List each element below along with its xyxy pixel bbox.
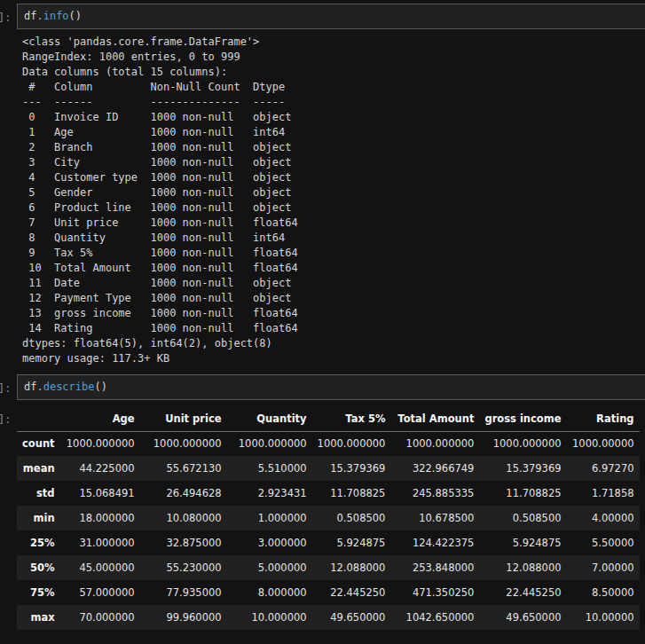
table-cell: 124.422375 xyxy=(390,530,479,555)
table-cell: 70.000000 xyxy=(60,605,140,630)
table-cell: 1000.00000 xyxy=(567,431,640,456)
table-cell: 49.650000 xyxy=(479,605,566,630)
table-cell: 44.225000 xyxy=(60,456,140,481)
code-text-info: df.info() xyxy=(24,9,639,24)
table-row: max70.00000099.96000010.00000049.6500001… xyxy=(17,605,640,630)
table-cell: 5.510000 xyxy=(227,456,312,481)
table-cell: 10.000000 xyxy=(227,605,312,630)
table-cell: 49.650000 xyxy=(312,605,391,630)
table-cell: 11.708825 xyxy=(479,481,566,506)
column-header: gross income xyxy=(479,407,566,431)
table-cell: 5.000000 xyxy=(227,555,312,580)
table-cell: 77.935000 xyxy=(140,580,227,605)
table-cell: 10.080000 xyxy=(140,506,227,530)
table-cell: 6.97270 xyxy=(567,456,640,481)
table-cell: 8.000000 xyxy=(227,580,312,605)
output-prompt: ]: xyxy=(0,407,17,428)
corner-header xyxy=(17,407,60,431)
row-label: min xyxy=(17,506,60,530)
table-cell: 1.71858 xyxy=(567,481,640,506)
table-cell: 15.379369 xyxy=(479,456,566,481)
table-cell: 1000.000000 xyxy=(60,431,140,456)
code-cell-describe: ]: df.describe() xyxy=(0,374,645,400)
table-cell: 10.00000 xyxy=(567,605,640,630)
table-cell: 5.924875 xyxy=(479,530,566,555)
column-header: Total Amount xyxy=(390,407,479,431)
table-cell: 1042.650000 xyxy=(390,605,479,630)
table-row: std15.06849126.4946282.92343111.70882524… xyxy=(17,481,640,506)
table-cell: 253.848000 xyxy=(390,555,479,580)
table-cell: 7.00000 xyxy=(567,555,640,580)
code-token: info xyxy=(43,10,69,22)
code-token: df xyxy=(24,381,36,393)
row-label: 75% xyxy=(17,580,60,605)
table-cell: 2.923431 xyxy=(227,481,312,506)
code-cell-info: ]: df.info() xyxy=(0,4,645,29)
row-label: 50% xyxy=(17,555,60,580)
input-prompt: ]: xyxy=(0,4,17,26)
column-header: Quantity xyxy=(227,407,312,431)
table-cell: 45.000000 xyxy=(60,555,140,580)
table-cell: 55.672130 xyxy=(140,456,227,481)
table-cell: 22.445250 xyxy=(479,580,566,605)
table-cell: 1000.000000 xyxy=(312,431,391,456)
code-token: df xyxy=(24,10,36,22)
table-cell: 0.508500 xyxy=(312,506,391,530)
table-cell: 12.088000 xyxy=(479,555,566,580)
table-cell: 1.000000 xyxy=(227,506,312,530)
code-token: . xyxy=(36,381,43,393)
code-token: () xyxy=(94,381,106,393)
code-token: describe xyxy=(43,381,95,393)
info-output-text: <class 'pandas.core.frame.DataFrame'> Ra… xyxy=(22,35,298,366)
row-label: count xyxy=(17,431,60,456)
table-cell: 245.885335 xyxy=(390,481,479,506)
table-cell: 10.678500 xyxy=(390,506,479,530)
table-cell: 4.00000 xyxy=(567,506,640,530)
table-cell: 8.50000 xyxy=(567,580,640,605)
column-header: Tax 5% xyxy=(312,407,391,431)
describe-output-area: ]: AgeUnit priceQuantityTax 5%Total Amou… xyxy=(0,407,645,630)
table-cell: 31.000000 xyxy=(60,530,140,555)
column-header: Rating xyxy=(567,407,640,431)
table-cell: 26.494628 xyxy=(140,481,227,506)
table-cell: 22.445250 xyxy=(312,580,391,605)
table-row: 25%31.00000032.8750003.0000005.924875124… xyxy=(17,530,640,555)
table-cell: 18.000000 xyxy=(60,506,140,530)
row-label: std xyxy=(17,481,60,506)
info-output-area: <class 'pandas.core.frame.DataFrame'> Ra… xyxy=(0,29,645,366)
table-cell: 12.088000 xyxy=(312,555,391,580)
table-cell: 55.230000 xyxy=(140,555,227,580)
table-row: min18.00000010.0800001.0000000.50850010.… xyxy=(17,506,640,530)
table-header-row: AgeUnit priceQuantityTax 5%Total Amountg… xyxy=(17,407,640,431)
code-token: . xyxy=(36,10,43,22)
table-cell: 99.960000 xyxy=(140,605,227,630)
code-editor-info[interactable]: df.info() xyxy=(17,4,645,29)
table-cell: 15.379369 xyxy=(312,456,391,481)
row-label: max xyxy=(17,605,60,630)
row-label: 25% xyxy=(17,530,60,555)
code-text-describe: df.describe() xyxy=(24,380,639,395)
describe-table-wrap: AgeUnit priceQuantityTax 5%Total Amountg… xyxy=(17,407,640,630)
table-cell: 15.068491 xyxy=(60,481,140,506)
table-cell: 5.50000 xyxy=(567,530,640,555)
table-row: count1000.0000001000.0000001000.00000010… xyxy=(17,431,640,456)
describe-table: AgeUnit priceQuantityTax 5%Total Amountg… xyxy=(17,407,640,630)
table-cell: 322.966749 xyxy=(390,456,479,481)
table-cell: 471.350250 xyxy=(390,580,479,605)
table-cell: 11.708825 xyxy=(312,481,391,506)
table-cell: 5.924875 xyxy=(312,530,391,555)
table-cell: 0.508500 xyxy=(479,506,566,530)
table-cell: 1000.000000 xyxy=(479,431,566,456)
table-row: mean44.22500055.6721305.51000015.3793693… xyxy=(17,456,640,481)
table-cell: 1000.000000 xyxy=(390,431,479,456)
table-row: 75%57.00000077.9350008.00000022.44525047… xyxy=(17,580,640,605)
table-row: 50%45.00000055.2300005.00000012.08800025… xyxy=(17,555,640,580)
input-prompt-2: ]: xyxy=(0,374,17,397)
code-editor-describe[interactable]: df.describe() xyxy=(17,374,645,400)
column-header: Age xyxy=(60,407,140,431)
column-header: Unit price xyxy=(140,407,227,431)
table-cell: 32.875000 xyxy=(140,530,227,555)
jupyter-notebook: ]: df.info() <class 'pandas.core.frame.D… xyxy=(0,4,645,644)
table-cell: 3.000000 xyxy=(227,530,312,555)
table-cell: 1000.000000 xyxy=(227,431,312,456)
